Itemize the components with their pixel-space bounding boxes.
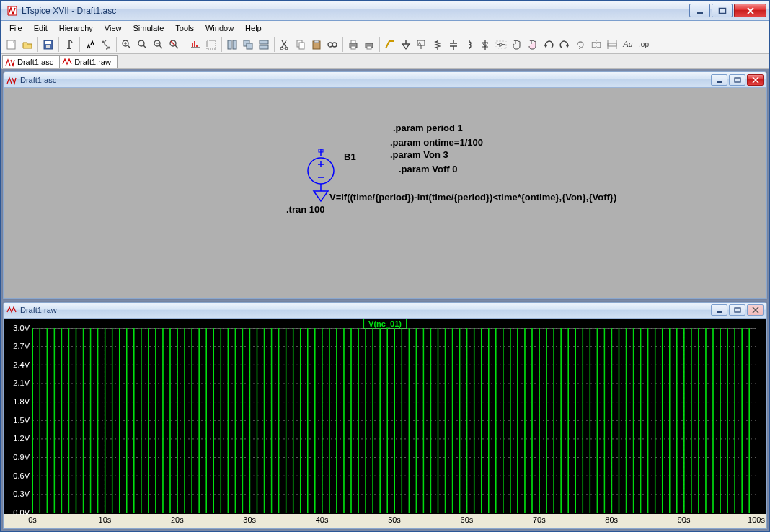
halt-button[interactable] — [98, 37, 114, 53]
pan-button[interactable] — [135, 37, 151, 53]
text-button[interactable]: Aa — [620, 37, 636, 53]
close-win-button[interactable] — [256, 37, 272, 53]
capacitor-button[interactable] — [446, 37, 461, 53]
child-close-button[interactable] — [747, 74, 764, 86]
svg-point-40 — [332, 43, 337, 47]
zoom-fit-button[interactable] — [167, 37, 182, 53]
tab-schematic[interactable]: Draft1.asc — [2, 55, 60, 68]
tile-button[interactable] — [224, 37, 240, 53]
child-maximize-button[interactable] — [729, 304, 745, 316]
ground-button[interactable] — [398, 37, 414, 53]
inductor-button[interactable] — [461, 37, 477, 53]
menu-help[interactable]: Help — [239, 22, 267, 34]
maximize-button[interactable] — [712, 4, 733, 17]
svg-rect-27 — [228, 40, 231, 49]
cascade-button[interactable] — [240, 37, 256, 53]
svg-line-11 — [128, 45, 130, 48]
svg-line-21 — [171, 41, 175, 45]
y-tick: 2.7V — [13, 342, 30, 350]
tab-waveform[interactable]: Draft1.raw — [59, 55, 118, 68]
control-panel-button[interactable] — [61, 37, 77, 53]
resistor-button[interactable] — [430, 37, 446, 53]
menu-simulate[interactable]: Simulate — [127, 22, 169, 34]
svg-point-9 — [108, 46, 110, 48]
window-title: LTspice XVII - Draft1.asc — [22, 6, 116, 16]
drag-button[interactable] — [525, 37, 541, 53]
menu-file[interactable]: File — [4, 22, 28, 34]
schematic-window: Draft1.asc B1 .tran 100 — [3, 71, 767, 299]
undo-button[interactable] — [541, 37, 557, 53]
paste-button[interactable] — [309, 37, 324, 53]
child-minimize-button[interactable] — [711, 304, 727, 316]
trace-label[interactable]: V(nc_01) — [363, 319, 407, 329]
x-tick: 10s — [99, 515, 112, 524]
y-tick: 0.9V — [13, 453, 30, 461]
move-button[interactable] — [509, 37, 525, 53]
zoom-in-button[interactable] — [119, 37, 135, 53]
save-button[interactable] — [40, 37, 56, 53]
menu-tools[interactable]: Tools — [169, 22, 200, 34]
print-button[interactable] — [345, 37, 361, 53]
tab-label: Draft1.raw — [74, 58, 111, 66]
menu-edit[interactable]: Edit — [28, 22, 53, 34]
x-axis[interactable]: 0s10s20s30s40s50s60s70s80s90s100s — [32, 514, 756, 528]
component-button[interactable] — [493, 37, 509, 53]
setup-button[interactable] — [203, 37, 219, 53]
document-tabs: Draft1.asc Draft1.raw — [1, 54, 769, 69]
waveform-icon — [62, 57, 72, 67]
menu-hierarchy[interactable]: Hierarchy — [53, 22, 99, 34]
tran-directive[interactable]: .tran 100 — [286, 204, 324, 215]
menu-window[interactable]: Window — [200, 22, 239, 34]
x-tick: 0s — [28, 515, 37, 524]
schematic-canvas[interactable]: B1 .tran 100 .param period 1 .param onti… — [4, 88, 766, 298]
svg-rect-43 — [351, 46, 355, 49]
x-tick: 20s — [171, 515, 184, 524]
param-ontime[interactable]: .param ontime=1/100 — [390, 137, 483, 148]
waveform-window: Draft1.raw V(nc_01) 3.0V2.7V2.4V2.1V1.8V… — [3, 302, 767, 530]
redo-button[interactable] — [557, 37, 572, 53]
rotate-button[interactable] — [572, 37, 588, 53]
print-setup-button[interactable] — [361, 37, 377, 53]
open-button[interactable] — [19, 37, 35, 53]
component-label[interactable]: B1 — [344, 151, 356, 162]
diode-button[interactable] — [477, 37, 493, 53]
param-von[interactable]: .param Von 3 — [390, 149, 448, 160]
place-bus-button[interactable] — [604, 37, 620, 53]
param-voff[interactable]: .param Voff 0 — [399, 164, 457, 174]
voltage-expression[interactable]: V=if((time/{period})-int(time/{period})<… — [329, 192, 616, 203]
child-close-button[interactable] — [747, 304, 764, 316]
run-button[interactable] — [82, 37, 98, 53]
copy-button[interactable] — [293, 37, 309, 53]
svg-rect-1 — [719, 8, 725, 13]
mirror-button[interactable]: EE — [588, 37, 604, 53]
y-tick: 3.0V — [13, 324, 30, 332]
close-button[interactable] — [734, 4, 766, 17]
waveform-plot[interactable]: V(nc_01) 3.0V2.7V2.4V2.1V1.8V1.5V1.2V0.9… — [4, 319, 766, 529]
draw-wire-button[interactable] — [382, 37, 398, 53]
child-maximize-button[interactable] — [729, 74, 745, 86]
x-tick: 80s — [605, 515, 618, 524]
spice-directive-button[interactable]: .op — [636, 37, 652, 53]
svg-rect-30 — [247, 43, 252, 49]
y-tick: 2.1V — [13, 378, 30, 387]
svg-line-17 — [159, 45, 162, 48]
svg-point-39 — [328, 43, 332, 47]
x-tick: 40s — [316, 515, 329, 524]
x-tick: 90s — [678, 515, 691, 524]
cut-button[interactable] — [277, 37, 293, 53]
svg-rect-38 — [314, 40, 319, 43]
find-button[interactable] — [324, 37, 340, 53]
svg-rect-4 — [45, 41, 51, 44]
autorange-button[interactable] — [187, 37, 203, 53]
menu-view[interactable]: View — [99, 22, 128, 34]
y-axis[interactable]: 3.0V2.7V2.4V2.1V1.8V1.5V1.2V0.9V0.6V0.3V… — [4, 328, 31, 513]
minimize-button[interactable] — [689, 4, 710, 17]
child-minimize-button[interactable] — [711, 74, 727, 86]
param-period[interactable]: .param period 1 — [393, 123, 463, 133]
svg-rect-64 — [717, 81, 722, 83]
svg-rect-32 — [260, 45, 268, 49]
svg-rect-26 — [207, 40, 216, 49]
zoom-out-button[interactable] — [151, 37, 167, 53]
label-net-button[interactable]: A — [414, 37, 430, 53]
new-schematic-button[interactable] — [4, 37, 19, 53]
